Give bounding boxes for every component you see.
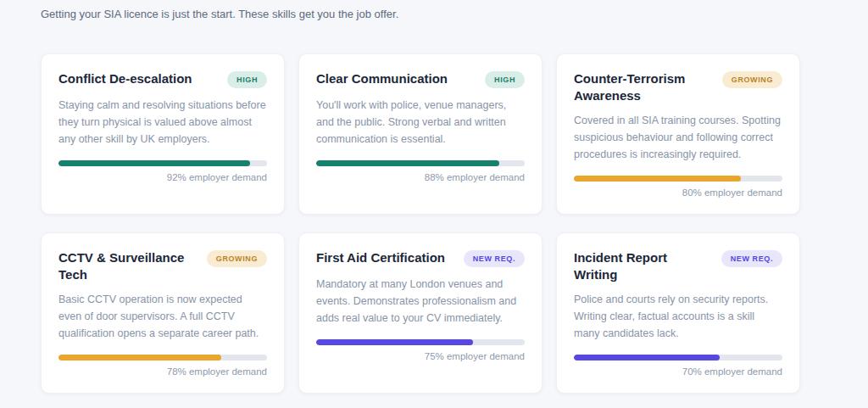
skill-title: CCTV & Surveillance Tech xyxy=(58,249,198,282)
skill-title: Counter-Terrorism Awareness xyxy=(574,70,714,103)
skills-page: Getting your SIA licence is just the sta… xyxy=(41,0,800,408)
demand-badge: NEW REQ. xyxy=(721,250,782,267)
demand-progress-fill xyxy=(316,160,499,166)
skill-card: Incident Report Writing NEW REQ. Police … xyxy=(556,232,800,394)
card-header: Conflict De-escalation HIGH xyxy=(58,70,267,88)
skill-description: Mandatory at many London venues and even… xyxy=(316,276,525,327)
demand-progress-track xyxy=(574,176,782,182)
card-header: CCTV & Surveillance Tech GROWING xyxy=(58,249,267,282)
skill-card: Counter-Terrorism Awareness GROWING Cove… xyxy=(556,53,800,215)
demand-progress-fill xyxy=(58,355,221,360)
skill-card: First Aid Certification NEW REQ. Mandato… xyxy=(298,232,542,394)
skill-card: Conflict De-escalation HIGH Staying calm… xyxy=(41,53,285,215)
skill-title: First Aid Certification xyxy=(316,249,445,266)
demand-progress-fill xyxy=(58,160,250,166)
card-header: Counter-Terrorism Awareness GROWING xyxy=(574,70,782,103)
demand-progress-track xyxy=(574,355,782,360)
demand-progress-fill xyxy=(574,355,720,360)
demand-badge: NEW REQ. xyxy=(464,250,525,267)
skill-title: Clear Communication xyxy=(316,70,448,87)
demand-badge: GROWING xyxy=(722,71,782,88)
skill-card: CCTV & Surveillance Tech GROWING Basic C… xyxy=(41,232,285,394)
skill-description: You'll work with police, venue managers,… xyxy=(316,97,525,148)
demand-progress-track xyxy=(316,339,525,345)
skill-description: Covered in all SIA training courses. Spo… xyxy=(574,112,782,163)
demand-progress-track xyxy=(58,160,267,166)
demand-percent-label: 80% employer demand xyxy=(574,187,782,198)
demand-percent-label: 70% employer demand xyxy=(574,366,782,377)
demand-progress-track xyxy=(58,355,267,360)
skill-card: Clear Communication HIGH You'll work wit… xyxy=(298,53,542,215)
card-header: Clear Communication HIGH xyxy=(316,70,525,88)
skill-title: Conflict De-escalation xyxy=(58,70,192,87)
skill-title: Incident Report Writing xyxy=(574,249,713,282)
demand-badge: HIGH xyxy=(485,71,525,88)
demand-percent-label: 88% employer demand xyxy=(316,172,525,182)
skill-card-grid: Conflict De-escalation HIGH Staying calm… xyxy=(41,53,800,394)
demand-percent-label: 92% employer demand xyxy=(58,172,267,182)
demand-percent-label: 75% employer demand xyxy=(316,351,525,361)
skill-description: Basic CCTV operation is now expected eve… xyxy=(58,291,267,342)
page-tagline: Getting your SIA licence is just the sta… xyxy=(41,8,800,20)
card-header: Incident Report Writing NEW REQ. xyxy=(574,249,782,282)
demand-progress-fill xyxy=(574,176,741,182)
demand-badge: GROWING xyxy=(207,250,267,267)
demand-percent-label: 78% employer demand xyxy=(58,366,267,377)
demand-badge: HIGH xyxy=(227,71,267,88)
demand-progress-fill xyxy=(316,339,473,345)
demand-progress-track xyxy=(316,160,525,166)
skill-description: Police and courts rely on security repor… xyxy=(574,291,782,342)
skill-description: Staying calm and resolving situations be… xyxy=(58,97,267,148)
card-header: First Aid Certification NEW REQ. xyxy=(316,249,525,267)
